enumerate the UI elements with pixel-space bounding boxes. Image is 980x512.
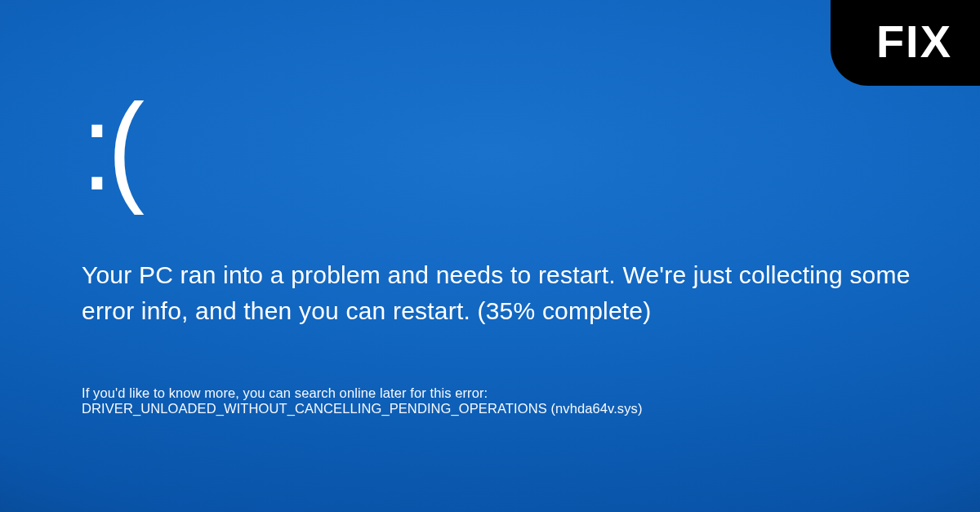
sad-face-icon: :(: [82, 86, 846, 208]
error-code-detail: If you'd like to know more, you can sear…: [82, 385, 931, 416]
fix-badge: FIX: [831, 0, 980, 86]
error-message: Your PC ran into a problem and needs to …: [82, 257, 915, 328]
bsod-content: :( Your PC ran into a problem and needs …: [82, 86, 931, 416]
